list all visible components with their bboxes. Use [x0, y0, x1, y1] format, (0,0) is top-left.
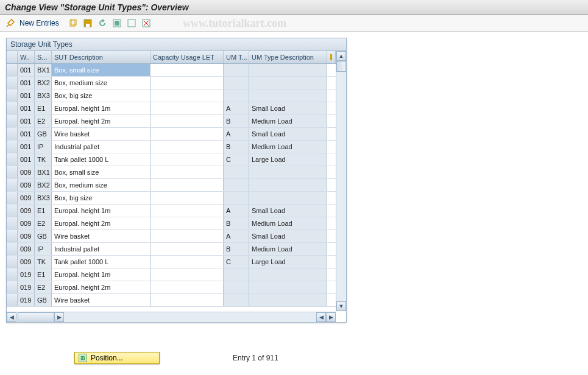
- col-header-umd[interactable]: UM Type Description: [249, 51, 327, 63]
- row-selector[interactable]: [7, 115, 18, 127]
- cell-umt[interactable]: [224, 179, 249, 191]
- horizontal-scrollbar[interactable]: ◀ ▶ ◀ ▶: [7, 312, 336, 322]
- cell-umd[interactable]: [249, 268, 327, 281]
- cell-s[interactable]: E1: [35, 102, 52, 114]
- row-selector[interactable]: [7, 77, 18, 89]
- cell-s[interactable]: IP: [35, 243, 52, 255]
- scroll-down-icon[interactable]: ▼: [336, 301, 346, 311]
- row-selector[interactable]: [7, 192, 18, 204]
- row-selector[interactable]: [7, 281, 18, 293]
- row-selector[interactable]: [7, 179, 18, 191]
- cell-umd[interactable]: Medium Load: [249, 141, 327, 153]
- table-row[interactable]: 001BX1Box, small size: [7, 64, 336, 77]
- row-selector[interactable]: [7, 64, 18, 76]
- cell-desc[interactable]: Tank pallet 1000 L: [52, 153, 151, 166]
- col-header-s[interactable]: S...: [35, 51, 52, 63]
- cell-desc[interactable]: Europal. height 2m: [52, 115, 151, 127]
- cell-desc[interactable]: Box, medium size: [52, 77, 151, 89]
- cell-w[interactable]: 019: [18, 294, 35, 306]
- cell-w[interactable]: 001: [18, 141, 35, 153]
- scroll-left2-icon[interactable]: ◀: [316, 312, 326, 322]
- cell-umt[interactable]: [224, 281, 249, 293]
- cell-w[interactable]: 019: [18, 268, 35, 281]
- cell-umt[interactable]: C: [224, 153, 249, 166]
- cell-s[interactable]: GB: [35, 128, 52, 140]
- table-row[interactable]: 001IPIndustrial palletBMedium Load: [7, 141, 336, 153]
- cell-umd[interactable]: [249, 179, 327, 191]
- cell-s[interactable]: BX2: [35, 179, 52, 191]
- table-row[interactable]: 009E1Europal. height 1mASmall Load: [7, 205, 336, 217]
- scroll-right2-icon[interactable]: ▶: [326, 312, 336, 322]
- cell-desc[interactable]: Box, medium size: [52, 179, 151, 191]
- cell-cap[interactable]: [151, 64, 224, 76]
- row-selector[interactable]: [7, 89, 18, 102]
- cell-desc[interactable]: Wire basket: [52, 128, 151, 140]
- cell-desc[interactable]: Wire basket: [52, 230, 151, 242]
- cell-cap[interactable]: [151, 205, 224, 217]
- table-row[interactable]: 009E2Europal. height 2mBMedium Load: [7, 217, 336, 230]
- cell-cap[interactable]: [151, 153, 224, 166]
- cell-cap[interactable]: [151, 179, 224, 191]
- cell-s[interactable]: E2: [35, 115, 52, 127]
- cell-desc[interactable]: Industrial pallet: [52, 243, 151, 255]
- cell-desc[interactable]: Europal. height 1m: [52, 268, 151, 281]
- cell-s[interactable]: IP: [35, 141, 52, 153]
- row-selector[interactable]: [7, 102, 18, 114]
- table-row[interactable]: 009TKTank pallet 1000 LCLarge Load: [7, 256, 336, 268]
- row-selector[interactable]: [7, 243, 18, 255]
- cell-w[interactable]: 001: [18, 102, 35, 114]
- row-selector[interactable]: [7, 153, 18, 166]
- cell-cap[interactable]: [151, 102, 224, 114]
- cell-desc[interactable]: Industrial pallet: [52, 141, 151, 153]
- delete-icon[interactable]: [141, 18, 152, 29]
- cell-umd[interactable]: [249, 89, 327, 102]
- cell-umd[interactable]: Large Load: [249, 256, 327, 268]
- col-header-umt[interactable]: UM T...: [224, 51, 249, 63]
- cell-umd[interactable]: Small Load: [249, 128, 327, 140]
- row-selector[interactable]: [7, 230, 18, 242]
- cell-cap[interactable]: [151, 141, 224, 153]
- cell-s[interactable]: E1: [35, 268, 52, 281]
- cell-desc[interactable]: Europal. height 2m: [52, 281, 151, 293]
- table-row[interactable]: 019GBWire basket: [7, 294, 336, 307]
- cell-umd[interactable]: [249, 294, 327, 306]
- cell-cap[interactable]: [151, 281, 224, 293]
- cell-w[interactable]: 019: [18, 281, 35, 293]
- cell-cap[interactable]: [151, 256, 224, 268]
- cell-umt[interactable]: A: [224, 205, 249, 217]
- row-selector[interactable]: [7, 205, 18, 217]
- cell-s[interactable]: TK: [35, 153, 52, 166]
- cell-umd[interactable]: Medium Load: [249, 243, 327, 255]
- cell-umd[interactable]: Small Load: [249, 102, 327, 114]
- cell-umt[interactable]: B: [224, 115, 249, 127]
- cell-s[interactable]: BX3: [35, 192, 52, 204]
- cell-cap[interactable]: [151, 89, 224, 102]
- cell-umd[interactable]: [249, 64, 327, 76]
- cell-umd[interactable]: Large Load: [249, 153, 327, 166]
- cell-cap[interactable]: [151, 192, 224, 204]
- cell-w[interactable]: 001: [18, 153, 35, 166]
- cell-cap[interactable]: [151, 268, 224, 281]
- cell-cap[interactable]: [151, 243, 224, 255]
- cell-cap[interactable]: [151, 115, 224, 127]
- row-selector[interactable]: [7, 128, 18, 140]
- cell-umt[interactable]: [224, 64, 249, 76]
- table-row[interactable]: 001BX2Box, medium size: [7, 77, 336, 89]
- cell-w[interactable]: 001: [18, 128, 35, 140]
- cell-cap[interactable]: [151, 128, 224, 140]
- cell-cap[interactable]: [151, 217, 224, 230]
- cell-desc[interactable]: Box, small size: [52, 166, 151, 178]
- table-row[interactable]: 019E1Europal. height 1m: [7, 268, 336, 281]
- row-selector-header[interactable]: [7, 51, 18, 63]
- scroll-left-icon[interactable]: ◀: [7, 312, 16, 322]
- cell-cap[interactable]: [151, 77, 224, 89]
- cell-umd[interactable]: [249, 166, 327, 178]
- cell-umd[interactable]: Small Load: [249, 230, 327, 242]
- cell-w[interactable]: 009: [18, 192, 35, 204]
- cell-w[interactable]: 001: [18, 115, 35, 127]
- row-selector[interactable]: [7, 217, 18, 230]
- cell-umt[interactable]: [224, 268, 249, 281]
- cell-umt[interactable]: [224, 192, 249, 204]
- cell-s[interactable]: TK: [35, 256, 52, 268]
- cell-w[interactable]: 009: [18, 205, 35, 217]
